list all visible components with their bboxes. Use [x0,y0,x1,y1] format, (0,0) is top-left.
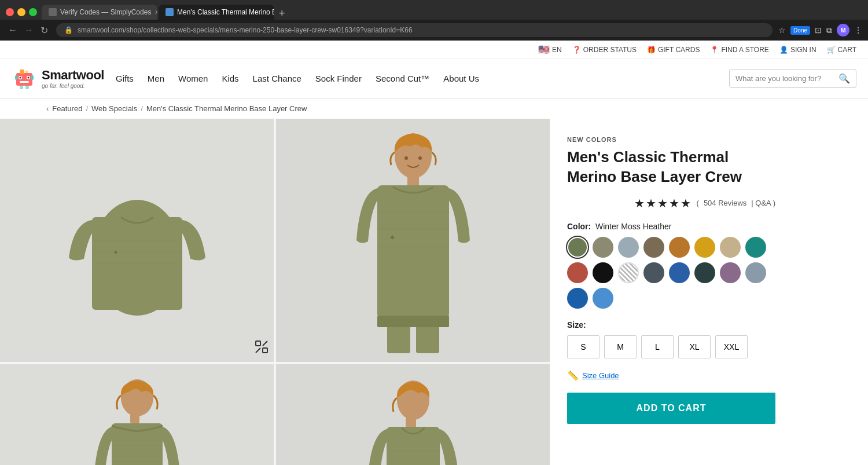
color-swatch-c15[interactable] [720,262,741,283]
size-button-xxl[interactable]: XXL [715,335,748,358]
size-button-m[interactable]: M [604,335,637,358]
svg-point-5 [20,77,21,79]
find-store-link[interactable]: 📍 FIND A STORE [710,46,768,54]
profile-avatar[interactable]: M [837,24,849,36]
sign-in-link[interactable]: 👤 SIGN IN [779,46,816,54]
breadcrumb-back-icon: ‹ [46,104,49,113]
main-header: Smartwool go far. feel good. Gifts Men W… [0,59,868,98]
add-to-cart-button[interactable]: ADD TO CART [567,393,775,424]
done-badge[interactable]: Done [790,26,810,35]
page-content: ✦ [0,119,868,465]
breadcrumb: ‹ Featured / Web Specials / Men's Classi… [0,98,868,119]
color-swatch-c16[interactable] [745,262,766,283]
swatches-grid [567,237,775,309]
nav-second-cut[interactable]: Second Cut™ [376,74,429,83]
color-swatch-c6[interactable] [694,237,715,258]
search-input[interactable] [735,74,838,83]
svg-rect-9 [31,75,34,80]
gallery-cell-2[interactable]: ✦ [276,119,550,362]
nav-kids[interactable]: Kids [222,74,238,83]
color-swatch-c18[interactable] [593,288,613,309]
size-guide-link[interactable]: Size Guide [582,371,619,380]
size-button-xl[interactable]: XL [678,335,711,358]
color-selected: Winter Moss Heather [595,222,671,231]
forward-button[interactable]: → [22,24,36,36]
reload-button[interactable]: ↻ [38,24,50,37]
tab-icon-smartwool [165,8,174,16]
search-bar[interactable]: 🔍 [729,69,856,88]
sign-in-label: SIGN IN [790,46,816,54]
nav-women[interactable]: Women [178,74,208,83]
expand-icon[interactable] [255,340,268,356]
svg-rect-21 [263,348,267,353]
svg-point-26 [418,156,422,160]
size-guide-row[interactable]: 📏 Size Guide [567,370,775,381]
nav-men[interactable]: Men [148,74,164,83]
color-swatch-c3[interactable] [618,237,639,258]
size-button-s[interactable]: S [567,335,599,358]
model-front-svg: ✦ [326,125,500,356]
language-selector[interactable]: 🇺🇸 EN [538,44,562,55]
rating-count[interactable]: 504 Reviews [704,199,746,207]
breadcrumb-featured[interactable]: Featured [52,104,82,113]
color-swatch-c8[interactable] [745,237,766,258]
shirt-flat-svg: ✦ [68,148,207,333]
logo-text-area: Smartwool go far. feel good. [42,68,104,89]
tab-smartwool[interactable]: Men's Classic Thermal Merino B… ✕ [159,5,274,20]
bookmark-button[interactable]: ☆ [778,25,786,35]
tab-close-simplycodes[interactable]: ✕ [155,9,157,16]
back-button[interactable]: ← [6,24,20,36]
svg-rect-37 [130,414,139,423]
svg-rect-7 [20,81,29,83]
browser-controls [6,8,37,16]
model-34-svg [350,376,477,465]
browser-chrome: Verify Codes — SimplyCodes ✕ Men's Class… [0,0,868,20]
rating-qa[interactable]: | Q&A ) [751,199,775,207]
new-tab-button[interactable]: + [275,8,289,20]
gallery-cell-3[interactable] [0,364,274,465]
maximize-btn[interactable] [29,8,37,16]
color-swatch-c4[interactable] [643,237,664,258]
svg-line-22 [256,348,260,353]
search-button[interactable]: 🔍 [838,73,850,84]
color-swatch-c11[interactable] [618,262,639,283]
color-swatch-c5[interactable] [669,237,690,258]
breadcrumb-web-specials[interactable]: Web Specials [91,104,137,113]
cart-link[interactable]: 🛒 CART [827,46,856,54]
nav-buttons: ← → ↻ [6,24,50,37]
ruler-icon: 📏 [567,370,579,381]
color-swatch-c12[interactable] [643,262,664,283]
close-btn[interactable] [6,8,14,16]
rating-paren: ( [697,199,699,207]
find-store-label: FIND A STORE [721,46,768,54]
color-swatch-c10[interactable] [593,262,613,283]
color-swatch-c7[interactable] [720,237,741,258]
svg-rect-20 [256,341,260,346]
order-status-link[interactable]: ❓ ORDER STATUS [572,46,637,54]
nav-sock-finder[interactable]: Sock Finder [315,74,362,83]
menu-button[interactable]: ⋮ [854,25,862,35]
utility-bar: 🇺🇸 EN ❓ ORDER STATUS 🎁 GIFT CARDS 📍 FIND… [0,41,868,59]
size-button-l[interactable]: L [641,335,674,358]
nav-last-chance[interactable]: Last Chance [253,74,301,83]
nav-gifts[interactable]: Gifts [116,74,134,83]
color-swatch-c1[interactable] [567,237,588,258]
color-swatch-c14[interactable] [694,262,715,283]
split-screen-button[interactable]: ⧉ [826,25,832,35]
color-swatch-c13[interactable] [669,262,690,283]
gallery-cell-1[interactable]: ✦ [0,119,274,362]
model-back-svg [79,376,195,465]
order-status-label: ORDER STATUS [583,46,637,54]
nav-about-us[interactable]: About Us [443,74,479,83]
gift-cards-link[interactable]: 🎁 GIFT CARDS [647,46,700,54]
tab-simpycodes[interactable]: Verify Codes — SimplyCodes ✕ [42,5,157,20]
gallery-cell-4[interactable] [276,364,550,465]
browser-actions: ☆ Done ⊡ ⧉ M ⋮ [778,24,862,36]
url-bar[interactable]: 🔒 smartwool.com/shop/collections-web-spe… [56,23,773,37]
color-swatch-c2[interactable] [593,237,613,258]
extensions-button[interactable]: ⊡ [815,25,822,35]
minimize-btn[interactable] [17,8,25,16]
logo-container[interactable]: Smartwool go far. feel good. [12,65,104,92]
color-swatch-c9[interactable] [567,262,588,283]
color-swatch-c17[interactable] [567,288,588,309]
